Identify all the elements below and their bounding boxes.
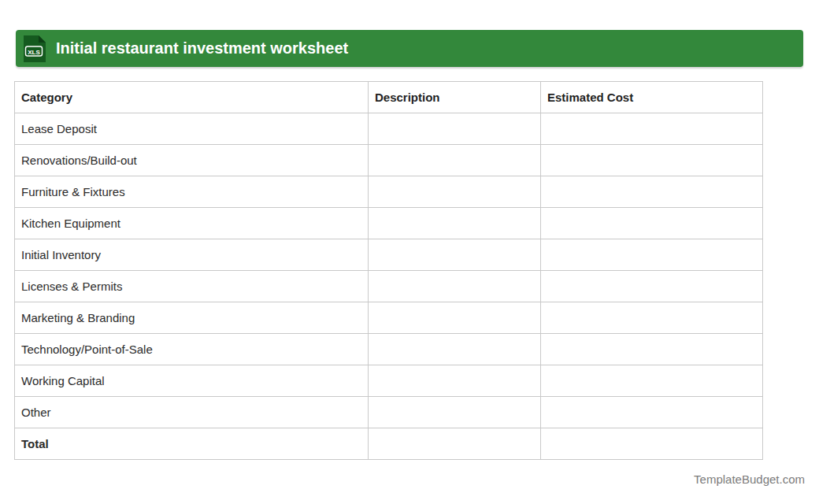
table-row: Lease Deposit bbox=[15, 113, 763, 145]
page-title: Initial restaurant investment worksheet bbox=[56, 39, 348, 57]
table-header-row: Category Description Estimated Cost bbox=[15, 82, 763, 113]
category-cell: Kitchen Equipment bbox=[15, 208, 369, 239]
estimated-cost-cell bbox=[541, 145, 763, 176]
estimated-cost-cell bbox=[541, 271, 763, 302]
estimated-cost-cell bbox=[541, 428, 763, 460]
description-cell bbox=[369, 271, 541, 302]
investment-table: Category Description Estimated Cost Leas… bbox=[14, 81, 763, 460]
worksheet-title-banner: XLS Initial restaurant investment worksh… bbox=[16, 30, 803, 67]
estimated-cost-cell bbox=[541, 334, 763, 365]
table-row: Working Capital bbox=[15, 365, 763, 397]
description-cell bbox=[369, 397, 541, 428]
category-cell: Technology/Point-of-Sale bbox=[15, 334, 369, 365]
description-cell bbox=[369, 208, 541, 239]
estimated-cost-cell bbox=[541, 176, 763, 208]
category-cell: Marketing & Branding bbox=[15, 302, 369, 334]
estimated-cost-cell bbox=[541, 365, 763, 397]
column-header-description: Description bbox=[369, 82, 541, 113]
table-row: Licenses & Permits bbox=[15, 271, 763, 302]
description-cell bbox=[369, 145, 541, 176]
description-cell bbox=[369, 334, 541, 365]
table-row: Kitchen Equipment bbox=[15, 208, 763, 239]
column-header-estimated-cost: Estimated Cost bbox=[541, 82, 763, 113]
table-row: Furniture & Fixtures bbox=[15, 176, 763, 208]
table-row: Marketing & Branding bbox=[15, 302, 763, 334]
category-cell: Other bbox=[15, 397, 369, 428]
column-header-category: Category bbox=[15, 82, 369, 113]
category-cell: Renovations/Build-out bbox=[15, 145, 369, 176]
table-row: Technology/Point-of-Sale bbox=[15, 334, 763, 365]
description-cell bbox=[369, 176, 541, 208]
table-row-total: Total bbox=[15, 428, 763, 460]
estimated-cost-cell bbox=[541, 397, 763, 428]
category-cell: Furniture & Fixtures bbox=[15, 176, 369, 208]
estimated-cost-cell bbox=[541, 208, 763, 239]
table-row: Initial Inventory bbox=[15, 239, 763, 271]
description-cell bbox=[369, 428, 541, 460]
category-cell: Lease Deposit bbox=[15, 113, 369, 145]
table-row: Other bbox=[15, 397, 763, 428]
table-row: Renovations/Build-out bbox=[15, 145, 763, 176]
description-cell bbox=[369, 113, 541, 145]
description-cell bbox=[369, 302, 541, 334]
estimated-cost-cell bbox=[541, 239, 763, 271]
total-label-cell: Total bbox=[15, 428, 369, 460]
category-cell: Working Capital bbox=[15, 365, 369, 397]
category-cell: Licenses & Permits bbox=[15, 271, 369, 302]
xls-badge-text: XLS bbox=[28, 48, 40, 55]
xls-file-icon: XLS bbox=[24, 35, 46, 62]
site-credit: TemplateBudget.com bbox=[0, 472, 805, 486]
estimated-cost-cell bbox=[541, 113, 763, 145]
estimated-cost-cell bbox=[541, 302, 763, 334]
category-cell: Initial Inventory bbox=[15, 239, 369, 271]
description-cell bbox=[369, 365, 541, 397]
description-cell bbox=[369, 239, 541, 271]
